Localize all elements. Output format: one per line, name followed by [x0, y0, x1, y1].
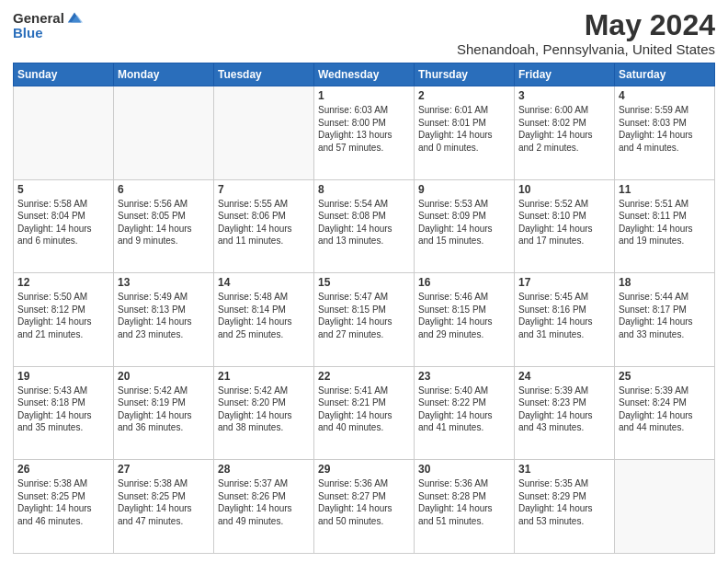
- calendar-table: SundayMondayTuesdayWednesdayThursdayFrid…: [13, 63, 715, 554]
- week-row-2: 5Sunrise: 5:58 AMSunset: 8:04 PMDaylight…: [14, 179, 715, 273]
- day-number: 13: [118, 276, 210, 289]
- main-title: May 2024: [457, 9, 715, 41]
- daylight-text: Daylight: 14 hours and 0 minutes.: [418, 129, 510, 154]
- title-section: May 2024 Shenandoah, Pennsylvania, Unite…: [457, 9, 715, 57]
- sunset-text: Sunset: 8:22 PM: [418, 396, 510, 409]
- day-number: 11: [619, 183, 711, 196]
- daylight-text: Daylight: 14 hours and 44 minutes.: [619, 409, 711, 434]
- day-info: Sunrise: 5:47 AMSunset: 8:15 PMDaylight:…: [318, 291, 410, 340]
- daylight-text: Daylight: 13 hours and 57 minutes.: [318, 129, 410, 154]
- daylight-text: Daylight: 14 hours and 6 minutes.: [17, 223, 109, 247]
- day-cell-3: 3Sunrise: 6:00 AMSunset: 8:02 PMDaylight…: [515, 86, 615, 180]
- day-cell-2: 2Sunrise: 6:01 AMSunset: 8:01 PMDaylight…: [415, 86, 515, 180]
- week-row-5: 26Sunrise: 5:38 AMSunset: 8:25 PMDayligh…: [14, 460, 715, 554]
- sunrise-text: Sunrise: 5:51 AM: [619, 198, 711, 211]
- daylight-text: Daylight: 14 hours and 2 minutes.: [518, 129, 610, 154]
- sunset-text: Sunset: 8:12 PM: [17, 304, 109, 316]
- subtitle: Shenandoah, Pennsylvania, United States: [457, 41, 715, 57]
- sunset-text: Sunset: 8:03 PM: [619, 117, 711, 130]
- sunset-text: Sunset: 8:21 PM: [318, 396, 410, 409]
- day-number: 14: [218, 276, 310, 289]
- day-cell-14: 14Sunrise: 5:48 AMSunset: 8:14 PMDayligh…: [214, 273, 314, 367]
- day-info: Sunrise: 6:01 AMSunset: 8:01 PMDaylight:…: [418, 104, 510, 154]
- day-cell-10: 10Sunrise: 5:52 AMSunset: 8:10 PMDayligh…: [515, 179, 615, 273]
- sunset-text: Sunset: 8:15 PM: [318, 304, 410, 316]
- day-number: 16: [418, 276, 510, 289]
- sunset-text: Sunset: 8:01 PM: [418, 117, 510, 130]
- daylight-text: Daylight: 14 hours and 40 minutes.: [318, 409, 410, 434]
- day-cell-26: 26Sunrise: 5:38 AMSunset: 8:25 PMDayligh…: [14, 460, 114, 554]
- sunrise-text: Sunrise: 5:35 AM: [518, 477, 610, 490]
- header-monday: Monday: [114, 63, 214, 86]
- daylight-text: Daylight: 14 hours and 50 minutes.: [318, 502, 410, 527]
- sunrise-text: Sunrise: 5:36 AM: [418, 477, 510, 490]
- daylight-text: Daylight: 14 hours and 9 minutes.: [118, 223, 210, 247]
- day-info: Sunrise: 5:55 AMSunset: 8:06 PMDaylight:…: [218, 198, 310, 247]
- sunrise-text: Sunrise: 5:41 AM: [318, 385, 410, 397]
- day-number: 7: [218, 183, 310, 196]
- day-cell-30: 30Sunrise: 5:36 AMSunset: 8:28 PMDayligh…: [415, 460, 515, 554]
- daylight-text: Daylight: 14 hours and 27 minutes.: [318, 316, 410, 340]
- day-number: 22: [318, 370, 410, 383]
- day-number: 26: [17, 463, 109, 476]
- daylight-text: Daylight: 14 hours and 38 minutes.: [218, 409, 310, 434]
- day-cell-23: 23Sunrise: 5:40 AMSunset: 8:22 PMDayligh…: [415, 366, 515, 460]
- sunrise-text: Sunrise: 5:49 AM: [118, 291, 210, 304]
- logo-blue: Blue: [13, 26, 43, 40]
- day-number: 2: [418, 89, 510, 102]
- day-number: 17: [518, 276, 610, 289]
- daylight-text: Daylight: 14 hours and 19 minutes.: [619, 223, 711, 247]
- sunset-text: Sunset: 8:24 PM: [619, 396, 711, 409]
- day-number: 9: [418, 183, 510, 196]
- sunrise-text: Sunrise: 5:43 AM: [17, 385, 109, 397]
- sunset-text: Sunset: 8:15 PM: [418, 304, 510, 316]
- daylight-text: Daylight: 14 hours and 49 minutes.: [218, 502, 310, 527]
- sunset-text: Sunset: 8:29 PM: [518, 490, 610, 503]
- day-info: Sunrise: 5:40 AMSunset: 8:22 PMDaylight:…: [418, 385, 510, 434]
- header-tuesday: Tuesday: [214, 63, 314, 86]
- day-number: 21: [218, 370, 310, 383]
- day-cell-empty: [14, 86, 114, 180]
- day-info: Sunrise: 5:38 AMSunset: 8:25 PMDaylight:…: [17, 477, 109, 527]
- day-info: Sunrise: 5:35 AMSunset: 8:29 PMDaylight:…: [518, 477, 610, 527]
- day-info: Sunrise: 5:43 AMSunset: 8:18 PMDaylight:…: [17, 385, 109, 434]
- header-thursday: Thursday: [415, 63, 515, 86]
- day-number: 4: [619, 89, 711, 102]
- day-cell-empty: [114, 86, 214, 180]
- sunrise-text: Sunrise: 5:47 AM: [318, 291, 410, 304]
- day-cell-29: 29Sunrise: 5:36 AMSunset: 8:27 PMDayligh…: [314, 460, 415, 554]
- day-number: 10: [518, 183, 610, 196]
- day-number: 25: [619, 370, 711, 383]
- sunset-text: Sunset: 8:25 PM: [118, 490, 210, 503]
- sunrise-text: Sunrise: 5:48 AM: [218, 291, 310, 304]
- header-sunday: Sunday: [14, 63, 114, 86]
- day-info: Sunrise: 5:50 AMSunset: 8:12 PMDaylight:…: [17, 291, 109, 340]
- day-cell-empty: [214, 86, 314, 180]
- day-cell-5: 5Sunrise: 5:58 AMSunset: 8:04 PMDaylight…: [14, 179, 114, 273]
- header-friday: Friday: [515, 63, 615, 86]
- day-info: Sunrise: 6:03 AMSunset: 8:00 PMDaylight:…: [318, 104, 410, 154]
- day-cell-21: 21Sunrise: 5:42 AMSunset: 8:20 PMDayligh…: [214, 366, 314, 460]
- sunrise-text: Sunrise: 5:54 AM: [318, 198, 410, 211]
- day-number: 15: [318, 276, 410, 289]
- day-cell-19: 19Sunrise: 5:43 AMSunset: 8:18 PMDayligh…: [14, 366, 114, 460]
- day-number: 1: [318, 89, 410, 102]
- day-cell-25: 25Sunrise: 5:39 AMSunset: 8:24 PMDayligh…: [615, 366, 715, 460]
- daylight-text: Daylight: 14 hours and 33 minutes.: [619, 316, 711, 340]
- day-number: 27: [118, 463, 210, 476]
- day-number: 20: [118, 370, 210, 383]
- day-cell-31: 31Sunrise: 5:35 AMSunset: 8:29 PMDayligh…: [515, 460, 615, 554]
- sunrise-text: Sunrise: 5:52 AM: [518, 198, 610, 211]
- day-info: Sunrise: 5:42 AMSunset: 8:20 PMDaylight:…: [218, 385, 310, 434]
- daylight-text: Daylight: 14 hours and 21 minutes.: [17, 316, 109, 340]
- day-number: 31: [518, 463, 610, 476]
- logo-general: General: [13, 11, 64, 25]
- sunrise-text: Sunrise: 6:00 AM: [518, 104, 610, 117]
- day-info: Sunrise: 5:49 AMSunset: 8:13 PMDaylight:…: [118, 291, 210, 340]
- day-info: Sunrise: 5:36 AMSunset: 8:28 PMDaylight:…: [418, 477, 510, 527]
- day-info: Sunrise: 5:53 AMSunset: 8:09 PMDaylight:…: [418, 198, 510, 247]
- day-info: Sunrise: 5:42 AMSunset: 8:19 PMDaylight:…: [118, 385, 210, 434]
- sunset-text: Sunset: 8:00 PM: [318, 117, 410, 130]
- day-info: Sunrise: 5:59 AMSunset: 8:03 PMDaylight:…: [619, 104, 711, 154]
- day-cell-17: 17Sunrise: 5:45 AMSunset: 8:16 PMDayligh…: [515, 273, 615, 367]
